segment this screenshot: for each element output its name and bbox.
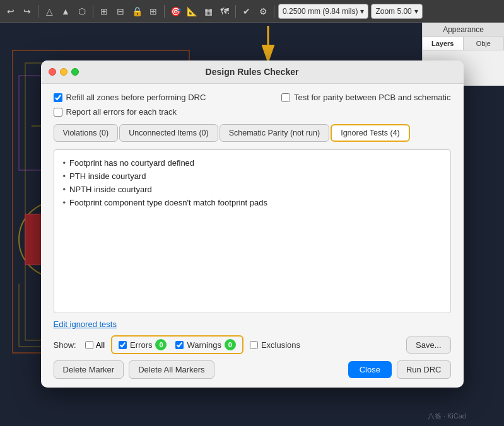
warnings-badge: 0 [225,339,236,350]
toolbar-icon-9[interactable]: ⊞ [146,4,160,18]
toolbar-separator-4 [235,5,236,18]
save-button[interactable]: Save... [406,337,450,354]
toolbar-icon-12[interactable]: ▦ [201,4,215,18]
toolbar-icon-8[interactable]: 🔒 [130,4,144,18]
maximize-button[interactable] [71,68,79,76]
errors-label: Errors [130,340,152,350]
warnings-label: Warnings [187,340,221,350]
toolbar-separator-1 [38,5,38,18]
minimize-button[interactable] [60,68,67,76]
filter-group: Errors 0 Warnings 0 [111,335,243,354]
modal-titlebar: Design Rules Checker [41,60,464,84]
show-label: Show: [54,340,76,350]
run-drc-button[interactable]: Run DRC [397,360,451,379]
errors-badge: 0 [155,339,167,350]
tab-schematic-parity[interactable]: Schematic Parity (not run) [220,124,330,142]
exclusions-group: Exclusions [250,340,300,350]
report-errors-checkbox[interactable] [54,108,62,117]
report-errors-label: Report all errors for each track [66,107,177,117]
zoom-value: Zoom 5.00 [375,7,411,16]
refill-zones-label: Refill all zones before performing DRC [66,93,206,102]
action-buttons: Delete Marker Delete All Markers Close R… [54,360,451,379]
list-item-2: NPTH inside courtyard [63,183,442,196]
options-row-1: Refill all zones before performing DRC T… [54,93,451,102]
close-dialog-button[interactable]: Close [348,361,392,378]
toolbar-icon-14[interactable]: ✔ [240,4,254,18]
modal-body: Refill all zones before performing DRC T… [41,84,464,388]
grid-dropdown-arrow: ▾ [360,7,364,16]
toolbar-icon-7[interactable]: ⊟ [114,4,127,18]
toolbar-icon-1[interactable]: ↩ [4,4,18,18]
warnings-checkbox[interactable] [175,341,184,349]
show-all-checkbox[interactable] [85,341,93,349]
show-all-group: All [85,340,105,350]
toolbar-separator-2 [93,5,93,18]
toolbar-icon-15[interactable]: ⚙ [256,4,270,18]
grid-dropdown[interactable]: 0.2500 mm (9.84 mils) ▾ [278,4,368,19]
list-item-3: Footprint component type doesn't match f… [63,196,442,209]
toolbar-icon-10[interactable]: 🎯 [168,4,182,18]
list-item-0: Footprint has no courtyard defined [63,156,442,170]
drc-dialog: Design Rules Checker Refill all zones be… [41,60,464,388]
refill-zones-option[interactable]: Refill all zones before performing DRC [54,93,206,102]
toolbar-icon-11[interactable]: 📐 [185,4,199,18]
toolbar-icon-4[interactable]: ▲ [59,4,73,18]
zoom-dropdown-arrow: ▾ [414,7,418,16]
toolbar-icon-13[interactable]: 🗺 [218,4,231,18]
tab-violations[interactable]: Violations (0) [54,124,119,142]
errors-filter: Errors 0 [119,339,167,350]
content-area: Footprint has no courtyard defined PTH i… [54,149,451,313]
modal-title: Design Rules Checker [206,67,299,77]
toolbar: ↩ ↪ △ ▲ ⬡ ⊞ ⊟ 🔒 ⊞ 🎯 📐 ▦ 🗺 ✔ ⚙ 0.2500 mm … [0,0,504,23]
traffic-lights [49,68,79,76]
errors-checkbox[interactable] [119,341,127,349]
report-errors-option[interactable]: Report all errors for each track [54,107,177,117]
test-parity-option: Test for parity between PCB and schemati… [281,93,451,102]
tab-unconnected[interactable]: Unconnected Items (0) [119,124,218,142]
toolbar-icon-5[interactable]: ⬡ [75,4,89,18]
test-parity-label-wrapper[interactable]: Test for parity between PCB and schemati… [281,93,451,102]
grid-value: 0.2500 mm (9.84 mils) [283,7,358,16]
zoom-dropdown[interactable]: Zoom 5.00 ▾ [371,4,422,19]
modal-overlay: Design Rules Checker Refill all zones be… [0,23,504,426]
toolbar-separator-5 [274,5,274,18]
bottom-controls: Show: All Errors 0 Warnings 0 [54,335,451,354]
test-parity-label: Test for parity between PCB and schemati… [294,93,451,102]
refill-zones-checkbox[interactable] [54,93,62,102]
list-item-1: PTH inside courtyard [63,170,442,183]
edit-ignored-tests-link[interactable]: Edit ignored tests [54,320,451,329]
toolbar-icon-3[interactable]: △ [42,4,56,18]
delete-marker-button[interactable]: Delete Marker [54,360,124,379]
delete-all-markers-button[interactable]: Delete All Markers [129,360,214,379]
toolbar-icon-2[interactable]: ↪ [20,4,34,18]
test-parity-checkbox[interactable] [281,93,290,102]
tabs-row: Violations (0) Unconnected Items (0) Sch… [54,124,451,142]
exclusions-checkbox[interactable] [250,341,258,349]
exclusions-label: Exclusions [261,340,300,350]
show-all-label: All [96,340,105,350]
tab-ignored-tests[interactable]: Ignored Tests (4) [331,124,410,142]
warnings-filter: Warnings 0 [175,339,235,350]
toolbar-icon-6[interactable]: ⊞ [97,4,111,18]
close-button[interactable] [49,68,56,76]
toolbar-separator-3 [164,5,165,18]
options-row-2: Report all errors for each track [54,107,451,117]
